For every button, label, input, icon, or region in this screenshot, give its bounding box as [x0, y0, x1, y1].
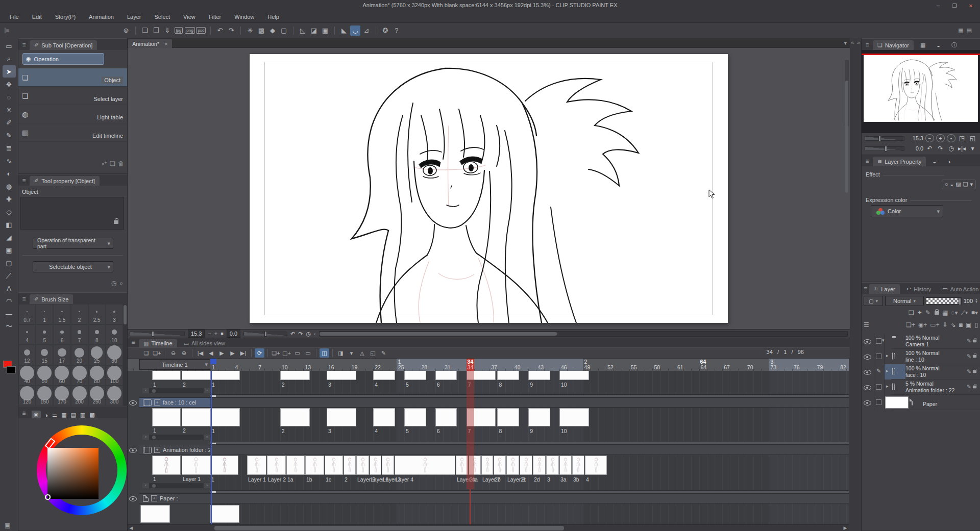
panel-grid-icon[interactable]: ▤: [967, 27, 972, 34]
track-thumbnail[interactable]: [152, 371, 181, 380]
layer-row-paper[interactable]: Paper: [862, 395, 980, 410]
brush-size-100[interactable]: 100: [106, 365, 123, 386]
cel-10[interactable]: [559, 371, 589, 380]
export-png-icon[interactable]: png: [185, 26, 195, 36]
expand-chevron-icon[interactable]: ▾: [882, 338, 885, 343]
maximize-button[interactable]: ❐: [946, 0, 963, 11]
brush-size-7[interactable]: 7: [71, 324, 88, 345]
cel-9[interactable]: [528, 371, 550, 380]
delete-cel-icon[interactable]: ▭: [303, 348, 313, 358]
cel-3b[interactable]: [572, 456, 584, 475]
actual-size-icon[interactable]: ◱: [968, 134, 977, 142]
go-start-icon[interactable]: |◀: [195, 348, 205, 358]
redo-icon[interactable]: ↷: [226, 26, 236, 36]
cel-2[interactable]: [280, 408, 310, 426]
document-tab[interactable]: Animation* ×: [128, 39, 172, 48]
cel-2c[interactable]: [520, 456, 532, 475]
effect-more-icon[interactable]: ▾: [970, 181, 973, 188]
frame-tool-icon[interactable]: ▢: [3, 257, 16, 269]
brush-size-1[interactable]: 1: [36, 304, 53, 324]
zoom-slider[interactable]: [130, 332, 185, 336]
new-raster-layer-icon[interactable]: ❏+: [906, 321, 915, 328]
next-frame-icon[interactable]: ▶: [228, 348, 237, 358]
go-end-icon[interactable]: ▶|: [238, 348, 248, 358]
color-wheel-tab-icon[interactable]: ◉: [32, 411, 41, 418]
cel-layer-3[interactable]: [382, 456, 394, 475]
brush-size-3[interactable]: 3: [106, 304, 123, 324]
menu-help[interactable]: Help: [261, 12, 286, 21]
track-thumbnail[interactable]: [152, 456, 181, 475]
new-folder-cel-icon[interactable]: ▢+: [282, 348, 291, 358]
brush-size-1.5[interactable]: 1.5: [53, 304, 70, 324]
tool-nav-tab[interactable]: ◑: [943, 157, 955, 166]
tool-property-tab[interactable]: ✐ Tool property [Object]: [30, 176, 100, 186]
scroll-right-icon[interactable]: ▶: [842, 525, 849, 531]
cel-layer-7[interactable]: [481, 456, 493, 475]
sv-square[interactable]: [47, 448, 99, 499]
register-image-icon[interactable]: ◱: [368, 348, 378, 358]
track-thumbnail[interactable]: [182, 371, 210, 380]
brush-tool-icon[interactable]: ∿: [3, 155, 16, 167]
track-thumbnail[interactable]: [182, 456, 210, 475]
zoom-in-icon[interactable]: +: [936, 134, 945, 142]
ruler-range-icon[interactable]: ⟋▾: [961, 309, 968, 316]
rotate-cw-icon[interactable]: ↷: [298, 331, 303, 337]
canvas-area[interactable]: [128, 48, 850, 329]
cel-4[interactable]: [373, 408, 395, 426]
track-mini-scrollbar[interactable]: ‹›: [142, 483, 210, 488]
panel-splitter[interactable]: «»: [850, 38, 861, 531]
delete-subtool-icon[interactable]: 🗑: [118, 160, 124, 167]
cel-1b[interactable]: [305, 456, 324, 475]
new-file-icon[interactable]: ❏: [140, 26, 150, 36]
cel-1a[interactable]: [286, 456, 305, 475]
cel-8[interactable]: [497, 408, 519, 426]
navigator-tab[interactable]: ❏ Navigator: [873, 40, 914, 50]
color-history-tab-icon[interactable]: ▥: [80, 412, 85, 418]
menu-view[interactable]: View: [177, 12, 202, 21]
light-table-menu-icon[interactable]: ▾: [347, 348, 356, 358]
balloon-tool-icon[interactable]: ◠: [3, 295, 16, 307]
cel-2[interactable]: [280, 371, 310, 380]
intermediate-color-tab-icon[interactable]: ▦: [61, 412, 66, 418]
menu-file[interactable]: File: [3, 12, 26, 21]
move-tool-icon[interactable]: ✥: [3, 78, 16, 90]
cel-layer-4[interactable]: [395, 456, 455, 475]
figure-tool-icon[interactable]: ▣: [3, 244, 16, 256]
strip-background-swatch[interactable]: [7, 366, 16, 373]
panel-menu-icon[interactable]: ≡: [130, 339, 137, 346]
eraser-tool-icon[interactable]: ◇: [3, 206, 16, 218]
color-mixing-tab-icon[interactable]: ▩: [89, 412, 94, 418]
subtool-group-button[interactable]: ◉ Operation: [22, 53, 104, 65]
crop-icon[interactable]: ▢: [279, 26, 289, 36]
delete-layer-icon[interactable]: ▯: [974, 321, 978, 328]
brush-size-8[interactable]: 8: [88, 324, 106, 345]
combine-down-icon[interactable]: ⇘: [951, 321, 956, 328]
brush-size-15[interactable]: 15: [36, 345, 53, 365]
panel-menu-icon[interactable]: ≡: [20, 41, 28, 48]
subtool-detail-tab[interactable]: ◒: [928, 157, 941, 166]
save-icon[interactable]: ⇓: [162, 26, 173, 36]
cel-3[interactable]: [546, 456, 559, 475]
transfer-down-icon[interactable]: ⇩: [943, 321, 948, 328]
collapse-icon[interactable]: ‹: [314, 331, 316, 337]
cel-4[interactable]: [373, 371, 395, 380]
cel-6[interactable]: [435, 408, 457, 426]
brush-size-80[interactable]: 80: [88, 365, 106, 386]
panel-menu-icon[interactable]: ≡: [20, 295, 28, 302]
timeline-ruler[interactable]: 0123147101316192225283134374043464952555…: [128, 359, 849, 371]
panel-menu-icon[interactable]: ≡: [864, 41, 871, 48]
selectable-object-dropdown[interactable]: Selectable object▾: [33, 261, 113, 272]
brush-size-300[interactable]: 300: [106, 386, 123, 406]
layer-row-line-10[interactable]: ▸100 % Normalline : 10✎: [862, 349, 980, 364]
cel-layer-2[interactable]: [267, 456, 286, 475]
specify-cel-icon[interactable]: ▭: [292, 348, 302, 358]
approx-color-tab-icon[interactable]: ▤: [71, 412, 76, 418]
layer-visibility-icon[interactable]: [864, 384, 871, 392]
pen-tool-icon[interactable]: ✐: [3, 116, 16, 129]
csp-logo-icon[interactable]: ⊚: [121, 26, 131, 36]
track-header-paper-[interactable]: +Paper :: [139, 493, 210, 503]
cel-2[interactable]: [344, 456, 356, 475]
brush-size-170[interactable]: 170: [53, 386, 70, 406]
tone-effect-icon[interactable]: ◒: [950, 181, 954, 188]
layer-checkbox[interactable]: [876, 384, 881, 391]
